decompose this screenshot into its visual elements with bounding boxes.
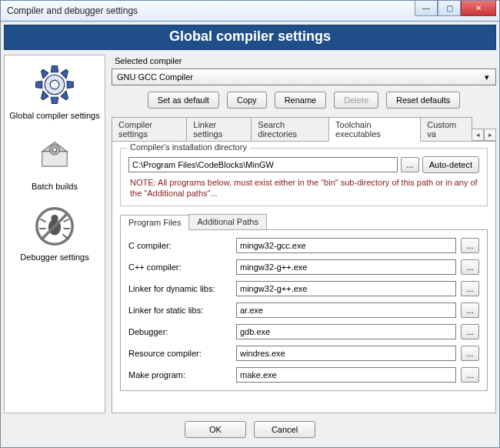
- compiler-action-row: Set as default Copy Rename Delete Reset …: [112, 92, 496, 109]
- row-linker-static: Linker for static libs: ar.exe ...: [128, 303, 479, 318]
- row-cpp-compiler: C++ compiler: mingw32-g++.exe ...: [128, 259, 479, 275]
- tab-scroll-right[interactable]: ▸: [484, 129, 496, 141]
- window-controls: — ▢ ✕: [415, 1, 496, 16]
- resource-compiler-label: Resource compiler:: [128, 349, 232, 358]
- sidebar-item-batch-builds[interactable]: Batch builds: [6, 131, 103, 191]
- row-resource: Resource compiler: windres.exe ...: [128, 346, 479, 361]
- program-files-body: C compiler: mingw32-gcc.exe ... C++ comp…: [120, 230, 488, 391]
- svg-point-1: [50, 80, 59, 89]
- linker-dynamic-input[interactable]: mingw32-g++.exe: [236, 281, 456, 296]
- row-make: Make program: make.exe ...: [128, 367, 479, 383]
- svg-point-5: [52, 148, 56, 152]
- debugger-no-bug-icon: [30, 202, 79, 251]
- svg-line-9: [40, 219, 45, 222]
- debugger-input[interactable]: gdb.exe: [236, 324, 456, 339]
- debugger-browse-button[interactable]: ...: [461, 324, 479, 339]
- make-program-input[interactable]: make.exe: [236, 367, 456, 383]
- toolchain-tab-body: Compiler's installation directory C:\Pro…: [112, 142, 496, 413]
- close-button[interactable]: ✕: [461, 1, 496, 16]
- selected-compiler-label: Selected compiler: [115, 56, 496, 65]
- set-default-button[interactable]: Set as default: [148, 92, 219, 109]
- rename-button[interactable]: Rename: [275, 92, 327, 109]
- install-dir-input[interactable]: C:\Program Files\CodeBlocks\MinGW: [128, 157, 398, 172]
- titlebar: Compiler and debugger settings — ▢ ✕: [0, 0, 500, 22]
- make-program-browse-button[interactable]: ...: [461, 367, 479, 383]
- auto-detect-button[interactable]: Auto-detect: [422, 156, 479, 173]
- row-linker-dynamic: Linker for dynamic libs: mingw32-g++.exe…: [128, 281, 479, 296]
- sidebar-item-label: Batch builds: [32, 182, 78, 191]
- dialog-footer: OK Cancel: [4, 421, 496, 438]
- row-c-compiler: C compiler: mingw32-gcc.exe ...: [128, 238, 479, 253]
- compiler-dropdown-value: GNU GCC Compiler: [117, 72, 193, 82]
- tab-toolchain-executables[interactable]: Toolchain executables: [328, 117, 421, 142]
- chevron-down-icon: ▾: [482, 72, 492, 82]
- sidebar-item-debugger[interactable]: Debugger settings: [6, 202, 103, 262]
- cpp-compiler-label: C++ compiler:: [128, 262, 232, 272]
- row-debugger: Debugger: gdb.exe ...: [128, 324, 479, 339]
- c-compiler-browse-button[interactable]: ...: [461, 238, 479, 253]
- c-compiler-input[interactable]: mingw32-gcc.exe: [236, 238, 456, 253]
- sidebar-item-label: Global compiler settings: [9, 111, 99, 120]
- sidebar: Global compiler settings Batch builds De…: [4, 55, 105, 413]
- tab-search-directories[interactable]: Search directories: [251, 117, 329, 141]
- copy-button[interactable]: Copy: [227, 92, 267, 109]
- debugger-label: Debugger:: [128, 327, 232, 336]
- cpp-compiler-browse-button[interactable]: ...: [461, 259, 479, 275]
- reset-defaults-button[interactable]: Reset defaults: [386, 92, 460, 109]
- make-program-label: Make program:: [128, 370, 232, 379]
- tab-program-files[interactable]: Program Files: [120, 215, 189, 230]
- program-tabs: Program Files Additional Paths: [120, 214, 488, 230]
- tab-custom-vars[interactable]: Custom va: [420, 117, 472, 141]
- main-panel: Selected compiler GNU GCC Compiler ▾ Set…: [112, 55, 496, 413]
- minimize-button[interactable]: —: [415, 1, 438, 16]
- linker-static-browse-button[interactable]: ...: [461, 303, 479, 318]
- tab-linker-settings[interactable]: Linker settings: [186, 117, 252, 141]
- sidebar-item-global-compiler[interactable]: Global compiler settings: [6, 60, 103, 120]
- gear-icon: [30, 60, 79, 109]
- resource-compiler-browse-button[interactable]: ...: [461, 346, 479, 361]
- install-dir-legend: Compiler's installation directory: [127, 142, 250, 152]
- ok-button[interactable]: OK: [185, 421, 246, 438]
- svg-line-14: [62, 234, 68, 239]
- linker-dynamic-label: Linker for dynamic libs:: [128, 284, 232, 293]
- tab-compiler-settings[interactable]: Compiler settings: [112, 117, 187, 141]
- linker-static-input[interactable]: ar.exe: [236, 303, 456, 318]
- c-compiler-label: C compiler:: [128, 241, 232, 250]
- sidebar-item-label: Debugger settings: [20, 252, 88, 262]
- linker-dynamic-browse-button[interactable]: ...: [461, 281, 479, 296]
- maximize-button[interactable]: ▢: [438, 1, 461, 16]
- install-dir-browse-button[interactable]: ...: [401, 157, 419, 172]
- banner-title: Global compiler settings: [4, 25, 496, 50]
- compiler-dropdown[interactable]: GNU GCC Compiler ▾: [112, 69, 496, 85]
- main-tabs: Compiler settings Linker settings Search…: [112, 116, 496, 142]
- svg-line-10: [64, 219, 69, 222]
- tab-scroll: ◂ ▸: [472, 129, 496, 141]
- batch-builds-icon: [30, 131, 79, 180]
- cancel-button[interactable]: Cancel: [254, 421, 315, 438]
- linker-static-label: Linker for static libs:: [128, 306, 232, 315]
- tab-additional-paths[interactable]: Additional Paths: [188, 214, 267, 229]
- svg-point-8: [51, 215, 58, 222]
- install-dir-group: Compiler's installation directory C:\Pro…: [120, 148, 488, 206]
- window-title: Compiler and debugger settings: [7, 5, 138, 16]
- install-dir-note: NOTE: All programs below, must exist eit…: [130, 178, 478, 199]
- tab-scroll-left[interactable]: ◂: [472, 129, 484, 141]
- resource-compiler-input[interactable]: windres.exe: [236, 346, 456, 361]
- delete-button: Delete: [334, 92, 378, 109]
- cpp-compiler-input[interactable]: mingw32-g++.exe: [236, 259, 456, 275]
